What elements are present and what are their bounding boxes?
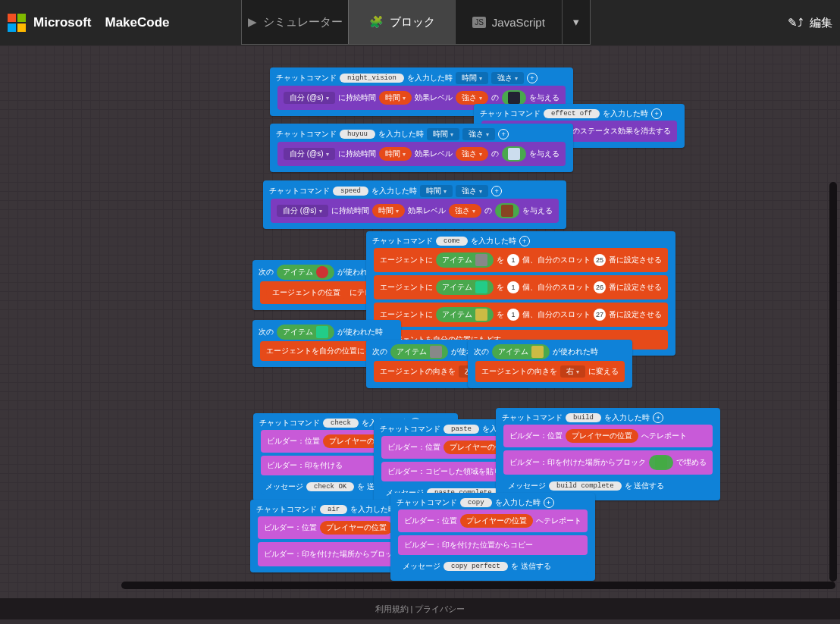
- edit-button[interactable]: ✎⤴ 編集: [788, 16, 832, 30]
- lbl: を入力した時: [378, 129, 424, 140]
- block-item-turn-right[interactable]: 次の アイテム が使われた時 エージェントの向きを 右 に変える: [468, 340, 632, 388]
- lbl: アイテム: [283, 327, 313, 337]
- lvl[interactable]: 強さ: [456, 91, 488, 105]
- lbl: メッセージ: [508, 481, 546, 491]
- cmd-name[interactable]: effect off: [544, 109, 600, 118]
- add-param[interactable]: +: [653, 412, 663, 423]
- param-time[interactable]: 時間: [427, 128, 459, 140]
- block-chat-copy[interactable]: チャットコマンド copy を入力した時 + ビルダー：位置プレイヤーの位置へテ…: [390, 493, 595, 581]
- cmd-name[interactable]: build: [566, 413, 601, 422]
- pos[interactable]: プレイヤーの位置: [566, 429, 638, 443]
- lbl: ビルダー：位置: [509, 431, 563, 441]
- lbl: チャットコマンド: [380, 424, 440, 434]
- privacy-link[interactable]: プライバシー: [415, 604, 465, 615]
- target[interactable]: 自分 (@s): [284, 148, 335, 160]
- lbl: 次の: [372, 346, 387, 357]
- item-icon: [475, 281, 487, 293]
- slot[interactable]: 25: [594, 254, 606, 266]
- tab-simulator[interactable]: ▶ シミュレーター: [242, 0, 348, 44]
- lbl: へテレポート: [641, 431, 687, 441]
- cmd-name[interactable]: night_vision: [340, 74, 404, 83]
- tab-more[interactable]: ▾: [562, 0, 590, 44]
- msg[interactable]: build complete: [549, 481, 622, 491]
- blocks-icon: 🧩: [369, 15, 384, 29]
- slot[interactable]: 26: [594, 281, 606, 293]
- block-chat-huyuu[interactable]: チャットコマンド huyuu を入力した時 時間 強さ + 自分 (@s) に持…: [270, 124, 573, 172]
- cmd-name[interactable]: huyuu: [340, 130, 375, 139]
- lbl: を 送信する: [511, 561, 551, 572]
- lbl: に変える: [588, 366, 619, 377]
- lbl: 効果レベル: [415, 149, 453, 159]
- cmd-name[interactable]: copy: [460, 498, 492, 507]
- cmd-name[interactable]: check: [323, 419, 359, 428]
- qty[interactable]: 1: [507, 281, 519, 293]
- block-chat-speed[interactable]: チャットコマンド speed を入力した時 時間 強さ + 自分 (@s) に持…: [263, 180, 566, 229]
- editor-tabs: ▶ シミュレーター 🧩 ブロック JS JavaScript ▾: [241, 0, 591, 45]
- vertical-scrollbar[interactable]: [829, 182, 837, 582]
- lbl: に持続時間: [338, 93, 376, 103]
- cmd-name[interactable]: come: [436, 237, 468, 246]
- pos[interactable]: プレイヤーの位置: [320, 521, 393, 535]
- lbl: で埋める: [676, 457, 707, 468]
- dir[interactable]: 右: [560, 365, 585, 378]
- lbl: エージェントに: [380, 255, 433, 265]
- dur[interactable]: 時間: [379, 91, 412, 105]
- lbl: を入力した時: [604, 412, 650, 423]
- add-param[interactable]: +: [527, 73, 538, 83]
- param-time[interactable]: 時間: [456, 72, 488, 84]
- agent-pos[interactable]: エージェントの位置: [266, 286, 346, 299]
- lbl: エージェントの向きを: [380, 366, 456, 377]
- lbl: 効果レベル: [408, 205, 446, 216]
- pos[interactable]: プレイヤーの位置: [460, 514, 533, 528]
- block-chat-build[interactable]: チャットコマンド build を入力した時 + ビルダー：位置プレイヤーの位置へ…: [496, 408, 720, 500]
- dur[interactable]: 時間: [379, 147, 412, 161]
- qty[interactable]: 1: [507, 254, 519, 266]
- block-workspace[interactable]: チャットコマンド night_vision を入力した時 時間 強さ + 自分 …: [0, 45, 840, 598]
- lbl: ビルダー：位置: [264, 522, 317, 533]
- cmd-name[interactable]: paste: [444, 425, 479, 434]
- tab-javascript[interactable]: JS JavaScript: [455, 0, 562, 44]
- terms-link[interactable]: 利用規約: [375, 604, 409, 615]
- add-param[interactable]: +: [651, 108, 662, 119]
- lbl: チャットコマンド: [396, 497, 457, 508]
- slot[interactable]: 27: [594, 309, 606, 321]
- add-param[interactable]: +: [491, 186, 502, 196]
- item-icon: [430, 346, 442, 358]
- dur[interactable]: 時間: [372, 204, 405, 218]
- msg[interactable]: check OK: [306, 482, 354, 491]
- lbl: の: [484, 205, 492, 216]
- lbl: を与える: [522, 205, 553, 216]
- apple-icon: [316, 266, 328, 278]
- lvl[interactable]: 強さ: [449, 204, 481, 218]
- lbl: ビルダー：印を付けた位置からコピー: [404, 540, 533, 550]
- lbl: メッセージ: [403, 561, 440, 572]
- block-chat-come[interactable]: チャットコマンド come を入力した時 + エージェントに アイテム を 1 …: [366, 231, 675, 356]
- msg[interactable]: copy perfect: [444, 562, 508, 571]
- add-param[interactable]: +: [544, 497, 554, 508]
- tab-blocks[interactable]: 🧩 ブロック: [348, 0, 455, 44]
- cmd-name[interactable]: air: [320, 505, 347, 514]
- add-param[interactable]: +: [498, 129, 509, 140]
- lbl: を: [497, 255, 504, 265]
- edit-icon: ✎⤴: [788, 16, 804, 30]
- edit-label: 編集: [810, 16, 832, 30]
- lbl: メッセージ: [265, 481, 303, 492]
- qty[interactable]: 1: [507, 309, 519, 321]
- target[interactable]: 自分 (@s): [284, 92, 335, 104]
- param-time[interactable]: 時間: [420, 185, 453, 197]
- lbl: ビルダー：印を付けた場所からブロック: [509, 457, 646, 468]
- target[interactable]: 自分 (@s): [277, 205, 328, 217]
- add-param[interactable]: +: [519, 236, 530, 246]
- cmd-name[interactable]: speed: [333, 187, 368, 196]
- horizontal-scrollbar[interactable]: [121, 582, 835, 589]
- potion-icon: [501, 205, 513, 217]
- lbl: チャットコマンド: [372, 236, 433, 246]
- lbl: が使われた時: [337, 327, 383, 337]
- lbl: へテレポート: [536, 516, 581, 526]
- lbl: を与える: [529, 149, 559, 159]
- lvl[interactable]: 強さ: [456, 147, 488, 161]
- lbl: チャットコマンド: [259, 418, 320, 428]
- param-strength[interactable]: 強さ: [456, 185, 488, 197]
- param-strength[interactable]: 強さ: [462, 128, 495, 140]
- param-strength[interactable]: 強さ: [491, 72, 524, 84]
